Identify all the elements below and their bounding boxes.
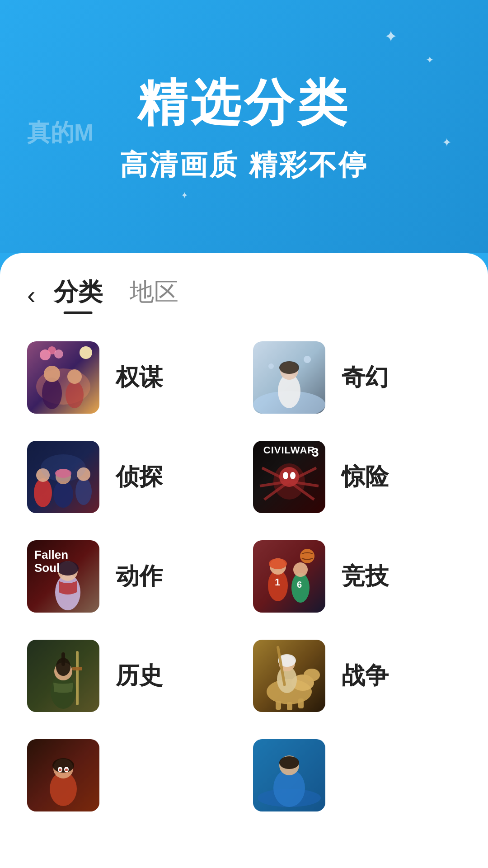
svg-rect-62: [276, 701, 281, 710]
svg-rect-64: [298, 698, 304, 708]
category-thumb-zhentan: [27, 441, 99, 513]
tab-region[interactable]: 地区: [130, 276, 178, 314]
svg-point-18: [34, 478, 52, 507]
hero-subtitle: 高清画质 精彩不停: [120, 146, 368, 184]
sparkle-icon-4: ✦: [181, 190, 188, 201]
svg-point-76: [65, 769, 68, 771]
tabs: 分类 地区: [54, 276, 178, 314]
thumb-figure-lishi: [27, 640, 99, 712]
category-thumb-jingxian: CIVILWAR: [253, 441, 325, 513]
svg-point-23: [75, 478, 92, 505]
svg-point-20: [53, 481, 73, 508]
svg-point-14: [279, 361, 299, 374]
category-item-zhentan[interactable]: 侦探: [27, 441, 235, 513]
category-thumb-row5b: [253, 739, 325, 811]
svg-text:1: 1: [275, 576, 280, 588]
category-thumb-jingji: 1 6: [253, 540, 325, 613]
category-label-qihuan: 奇幻: [342, 362, 389, 393]
svg-rect-55: [61, 652, 65, 666]
sparkle-icon: ✦: [384, 27, 398, 46]
hero-section: 真的M ✦ ✦ ✦ ✦ 精选分类 高清画质 精彩不停: [0, 0, 488, 253]
category-label-dongzuo: 动作: [116, 561, 163, 592]
category-grid: 权谋: [27, 341, 461, 811]
svg-point-61: [304, 669, 320, 681]
category-item-jingji[interactable]: 1 6 竞技: [253, 540, 461, 613]
svg-point-35: [283, 472, 288, 479]
category-thumb-qihuan: [253, 341, 325, 414]
category-item-zhanzhen[interactable]: 战争: [253, 640, 461, 712]
hero-bg-text: 真的M: [27, 118, 94, 148]
category-item-row5a[interactable]: [27, 739, 235, 811]
svg-point-3: [44, 366, 60, 382]
svg-point-8: [54, 349, 63, 359]
civilwar-text: CIVILWAR: [263, 444, 315, 456]
tab-bar: ‹ 分类 地区: [27, 276, 461, 314]
thumb-figure-qihuan: [253, 341, 325, 414]
category-item-lishi[interactable]: 历史: [27, 640, 235, 712]
thumb-figure-zhanzhen: [253, 640, 325, 712]
category-thumb-zhanzhen: [253, 640, 325, 712]
thumb-figure-row5b: [253, 739, 325, 811]
svg-point-36: [290, 472, 296, 479]
category-item-quanmou[interactable]: 权谋: [27, 341, 235, 414]
svg-rect-57: [72, 667, 82, 670]
category-label-lishi: 历史: [116, 660, 163, 692]
svg-point-81: [279, 756, 299, 769]
category-label-zhentan: 侦探: [116, 461, 163, 493]
svg-point-72: [52, 758, 74, 773]
sparkle-icon-2: ✦: [426, 54, 434, 66]
svg-rect-42: [253, 540, 325, 613]
svg-point-4: [66, 381, 84, 408]
hero-title: 精选分类: [137, 70, 351, 137]
svg-text:6: 6: [297, 580, 302, 590]
svg-rect-63: [287, 702, 292, 710]
svg-point-50: [300, 549, 314, 563]
category-label-jingxian: 惊险: [342, 461, 389, 493]
card-container: ‹ 分类 地区: [0, 253, 488, 868]
back-button[interactable]: ‹: [27, 283, 45, 308]
thumb-figure-quanmou: [27, 341, 99, 414]
category-thumb-row5a: [27, 739, 99, 811]
svg-point-9: [80, 346, 92, 359]
category-item-qihuan[interactable]: 奇幻: [253, 341, 461, 414]
svg-point-5: [67, 369, 82, 384]
thumb-figure-jingji: 1 6: [253, 540, 325, 613]
thumb-figure-zhentan: [27, 441, 99, 513]
svg-point-47: [293, 562, 308, 577]
category-label-jingji: 竞技: [342, 561, 389, 592]
sparkle-icon-3: ✦: [442, 136, 452, 150]
svg-rect-56: [76, 651, 79, 705]
svg-point-45: [269, 558, 287, 569]
category-label-zhanzhen: 战争: [342, 660, 389, 692]
tab-category[interactable]: 分类: [54, 276, 103, 314]
category-item-jingxian[interactable]: CIVILWAR: [253, 441, 461, 513]
category-thumb-lishi: [27, 640, 99, 712]
category-item-dongzuo[interactable]: FallenSoul 动作: [27, 540, 235, 613]
svg-point-16: [268, 363, 274, 369]
category-thumb-quanmou: [27, 341, 99, 414]
thumb-figure-row5a: [27, 739, 99, 811]
svg-point-25: [41, 454, 86, 481]
svg-point-34: [279, 467, 299, 487]
fallen-soul-text: FallenSoul: [34, 548, 68, 574]
svg-point-75: [59, 769, 61, 771]
svg-point-2: [42, 377, 62, 409]
category-label-quanmou: 权谋: [116, 362, 163, 393]
svg-point-15: [304, 356, 311, 363]
category-thumb-dongzuo: FallenSoul: [27, 540, 99, 613]
category-item-row5b[interactable]: [253, 739, 461, 811]
